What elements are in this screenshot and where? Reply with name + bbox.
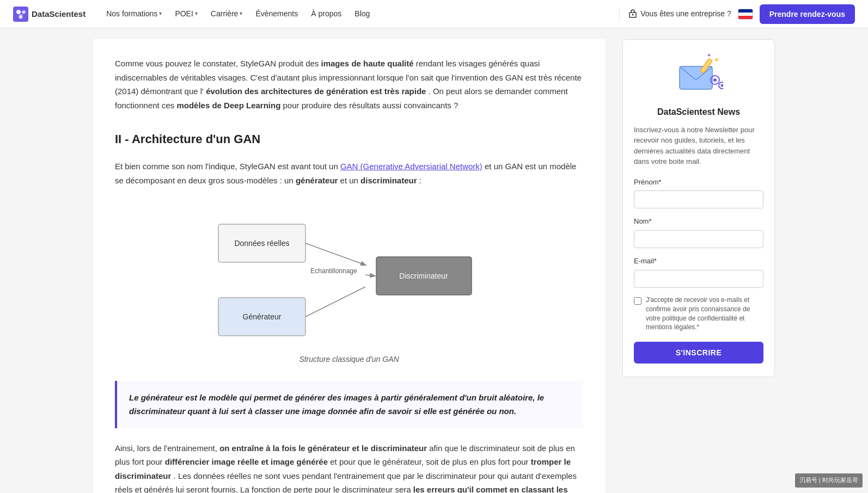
svg-line-16 [305,287,365,317]
cta-button[interactable]: Prendre rendez-vous [760,4,855,24]
watermark: 刃易号 | 时尚玩家岳哥 [795,473,863,488]
svg-line-15 [305,243,365,265]
diagram-svg: Données réelles Générateur Discriminateu… [207,202,491,348]
nav-enterprise[interactable]: Vous êtes une entreprise ? [628,8,731,20]
diagram-container: Données réelles Générateur Discriminateu… [115,202,583,365]
logo-icon [13,7,28,22]
email-label: E-mail* [634,256,763,267]
nav-blog[interactable]: Blog [349,4,375,23]
svg-point-26 [721,84,724,87]
consent-group: J'accepte de recevoir vos e-mails et con… [634,295,763,332]
formations-chevron-icon: ▾ [159,9,162,18]
consent-label: J'accepte de recevoir vos e-mails et con… [646,295,763,332]
svg-text:Générateur: Générateur [243,312,282,321]
b-text-3: et pour que le générateur, soit de plus … [330,457,531,466]
s2-text-3: et un [340,176,361,185]
main-content: Comme vous pouvez le constater, StyleGAN… [93,39,605,493]
page-wrapper: Comme vous pouvez le constater, StyleGAN… [80,28,788,493]
intro-text-4: pour produire des résultats aussi convai… [283,101,458,110]
prenom-input[interactable] [634,190,763,208]
quote-text: Le générateur est le modèle qui permet d… [129,393,544,416]
navbar: DataScientest Nos formations ▾ POEI ▾ Ca… [0,0,868,28]
gan-link[interactable]: GAN (Generative Adversiarial Network) [340,162,482,171]
svg-text:Données réelles: Données réelles [234,239,289,248]
nav-evenements[interactable]: Évènements [250,4,303,23]
section2-title: II - Architecture d'un GAN [115,130,583,149]
newsletter-card: ✦ ✦ DataScientest News Inscrivez-vous à … [622,39,775,377]
s2-text-1: Et bien comme son nom l'indique, StyleGA… [115,162,340,171]
prenom-group: Prénom* [634,177,763,209]
email-group: E-mail* [634,256,763,288]
language-flag[interactable] [738,9,753,20]
intro-bold-3: modèles de Deep Learning [176,101,280,110]
svg-text:Echantillonnage: Echantillonnage [310,267,357,275]
nav-carriere[interactable]: Carrière ▾ [205,4,248,23]
nav-right: Vous êtes une entreprise ? Prendre rende… [628,4,855,24]
nav-poei[interactable]: POEI ▾ [169,4,203,23]
nom-label: Nom* [634,216,763,227]
newsletter-illustration: ✦ ✦ [674,53,723,96]
quote-block: Le générateur est le modèle qui permet d… [115,381,583,428]
consent-checkbox[interactable] [634,297,641,305]
section2-paragraph: Et bien comme son nom l'indique, StyleGA… [115,159,583,187]
newsletter-title: DataScientest News [634,105,763,119]
poei-chevron-icon: ▾ [195,9,198,18]
logo[interactable]: DataScientest [13,7,85,22]
nav-divider [619,9,620,20]
intro-bold-1: images de haute qualité [321,59,414,68]
b-bold-1: on entraîne à la fois le générateur et l… [219,443,427,453]
s2-text-4: : [419,176,421,185]
logo-text: DataScientest [32,8,85,21]
nom-input[interactable] [634,230,763,248]
intro-paragraph: Comme vous pouvez le constater, StyleGAN… [115,57,583,112]
newsletter-description: Inscrivez-vous à notre Newsletter pour r… [634,125,763,167]
s2-bold-2: discriminateur [360,176,417,185]
enterprise-icon [628,9,637,18]
sidebar: ✦ ✦ DataScientest News Inscrivez-vous à … [622,39,775,493]
svg-line-18 [365,275,375,276]
svg-rect-19 [680,66,712,89]
nav-formations[interactable]: Nos formations ▾ [101,4,167,23]
svg-rect-0 [13,7,28,22]
email-input[interactable] [634,270,763,288]
s2-bold-1: générateur [296,176,338,185]
svg-text:✦: ✦ [707,53,711,58]
intro-bold-2: évolution des architectures de génératio… [206,87,426,96]
nav-apropos[interactable]: À propos [305,4,347,23]
svg-text:Discriminateur: Discriminateur [399,272,448,280]
nom-group: Nom* [634,216,763,248]
b-bold-2: différencier image réelle et image génér… [165,457,328,466]
prenom-label: Prénom* [634,177,763,188]
bottom-paragraph: Ainsi, lors de l'entrainement, on entraî… [115,441,583,493]
b-text-1: Ainsi, lors de l'entrainement, [115,443,219,453]
nav-items: Nos formations ▾ POEI ▾ Carrière ▾ Évène… [101,4,610,23]
carriere-chevron-icon: ▾ [240,9,242,18]
svg-point-24 [713,78,717,82]
flag-red [738,16,753,19]
svg-text:✦: ✦ [713,56,720,64]
subscribe-button[interactable]: S'INSCRIRE [634,342,763,363]
svg-point-8 [632,14,634,16]
diagram-caption: Structure classique d'un GAN [299,353,399,365]
newsletter-icon-area: ✦ ✦ [634,53,763,96]
intro-text-1: Comme vous pouvez le constater, StyleGAN… [115,59,321,68]
